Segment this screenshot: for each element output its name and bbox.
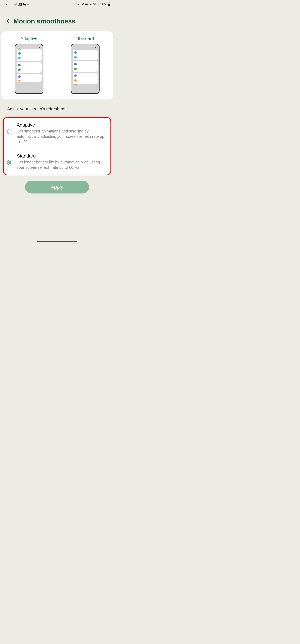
title-row: Motion smoothness — [0, 8, 114, 31]
option-standard[interactable]: Standard Get longer battery life by auto… — [3, 149, 110, 174]
preview-standard[interactable]: Standard — [71, 36, 99, 94]
svg-line-7 — [96, 48, 96, 48]
more-dot-icon — [27, 4, 28, 5]
battery-percent: 50% — [100, 2, 107, 6]
phone-mock-standard — [71, 44, 99, 94]
wifi-icon — [81, 3, 84, 6]
apply-button[interactable]: Apply — [25, 181, 89, 194]
lte2-icon: Vo))LTE2 — [93, 3, 96, 6]
devices-icon — [23, 3, 26, 6]
option-adaptive[interactable]: Adaptive Get smoother animations and scr… — [3, 118, 110, 149]
status-bar: 17:53 50 Vo))LTE1 Vo))LTE2 50% — [0, 0, 114, 8]
phone-mock-adaptive — [15, 44, 43, 94]
preview-adaptive[interactable]: Adaptive — [15, 36, 43, 94]
svg-point-3 — [82, 5, 83, 5]
battery-icon — [108, 2, 110, 6]
option-standard-desc: Get longer battery life by automatically… — [17, 160, 106, 170]
search-icon — [94, 46, 96, 48]
preview-standard-label: Standard — [76, 36, 94, 41]
option-adaptive-desc: Get smoother animations and scrolling by… — [17, 128, 106, 144]
page-title: Motion smoothness — [13, 18, 75, 25]
search-icon — [38, 46, 40, 48]
option-adaptive-title: Adaptive — [17, 122, 106, 128]
svg-rect-2 — [24, 4, 26, 6]
status-time: 17:53 — [4, 2, 12, 6]
subtitle: Adjust your screen's refresh rate. — [0, 100, 114, 117]
preview-card: Adaptive Standard — [1, 31, 113, 100]
svg-point-4 — [39, 46, 40, 48]
options-card: Adaptive Get smoother animations and scr… — [3, 117, 111, 175]
radio-standard[interactable] — [7, 160, 12, 165]
bluetooth-icon — [77, 2, 80, 6]
picture-icon — [13, 3, 17, 6]
lte1-icon: Vo))LTE1 — [85, 3, 89, 6]
home-indicator[interactable] — [37, 241, 77, 242]
back-icon[interactable] — [6, 18, 10, 24]
signal2-icon — [97, 3, 99, 5]
radio-adaptive[interactable] — [7, 129, 12, 134]
option-standard-title: Standard — [17, 153, 106, 158]
preview-adaptive-label: Adaptive — [20, 36, 37, 41]
signal1-icon — [90, 3, 92, 5]
speed-icon: 50 — [18, 3, 22, 6]
svg-point-6 — [95, 46, 96, 48]
svg-line-5 — [39, 48, 40, 48]
